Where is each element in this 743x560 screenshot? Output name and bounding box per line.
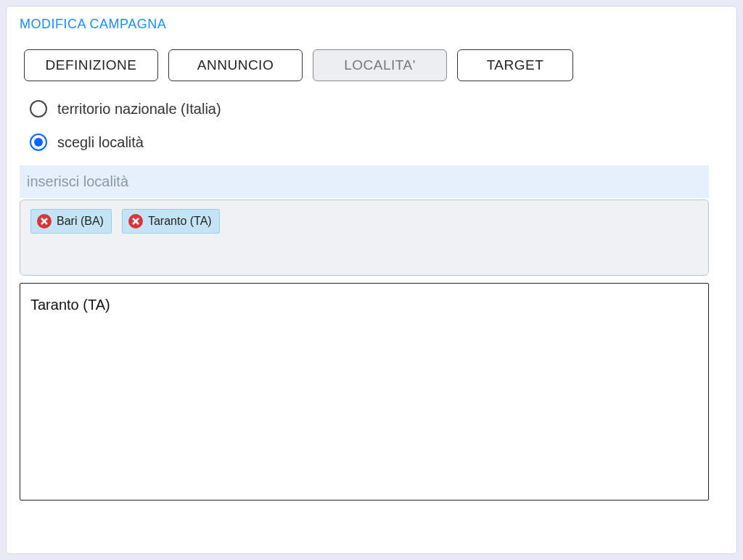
location-tag: Bari (BA) bbox=[30, 209, 112, 234]
radio-icon-selected bbox=[30, 133, 47, 151]
tab-definizione[interactable]: DEFINIZIONE bbox=[24, 49, 158, 81]
selected-locations-area: Bari (BA) Taranto (TA) bbox=[20, 199, 709, 276]
location-tag-label: Taranto (TA) bbox=[148, 215, 212, 228]
suggestion-item[interactable]: Taranto (TA) bbox=[30, 297, 698, 313]
location-search-input[interactable]: inserisci località bbox=[20, 165, 709, 198]
close-icon bbox=[41, 218, 48, 225]
campaign-edit-panel: MODIFICA CAMPAGNA DEFINIZIONE ANNUNCIO L… bbox=[6, 6, 737, 554]
remove-location-button[interactable] bbox=[37, 214, 52, 228]
panel-title: MODIFICA CAMPAGNA bbox=[20, 17, 723, 32]
radio-dot-icon bbox=[34, 138, 43, 147]
tab-target[interactable]: TARGET bbox=[457, 49, 573, 81]
location-suggestions-dropdown: Taranto (TA) bbox=[20, 283, 709, 501]
radio-national[interactable]: territorio nazionale (Italia) bbox=[30, 100, 723, 118]
tab-annuncio[interactable]: ANNUNCIO bbox=[168, 49, 303, 81]
radio-icon bbox=[30, 100, 47, 118]
location-tag-label: Bari (BA) bbox=[57, 215, 104, 228]
radio-choose-location[interactable]: scegli località bbox=[30, 133, 723, 151]
radio-national-label: territorio nazionale (Italia) bbox=[57, 101, 221, 118]
radio-choose-label: scegli località bbox=[57, 134, 144, 151]
tabs-bar: DEFINIZIONE ANNUNCIO LOCALITA' TARGET bbox=[24, 49, 723, 81]
location-tag: Taranto (TA) bbox=[122, 209, 220, 234]
remove-location-button[interactable] bbox=[128, 214, 143, 228]
location-scope-group: territorio nazionale (Italia) scegli loc… bbox=[30, 100, 723, 151]
close-icon bbox=[132, 218, 139, 225]
tab-localita[interactable]: LOCALITA' bbox=[313, 49, 447, 81]
